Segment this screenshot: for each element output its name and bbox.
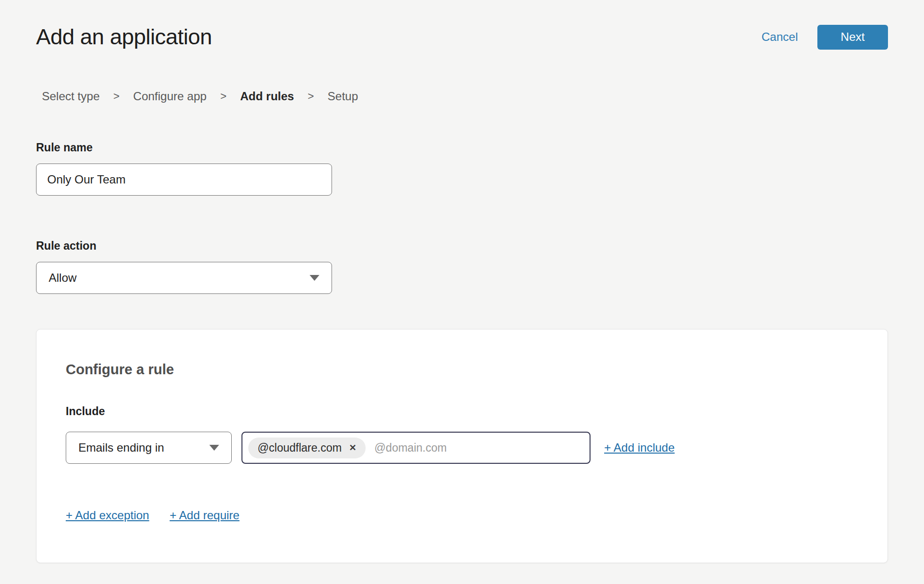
chevron-down-icon [209, 445, 219, 451]
breadcrumb-separator: > [220, 90, 226, 103]
rule-action-label: Rule action [36, 239, 888, 253]
configure-rule-card: Configure a rule Include Emails ending i… [36, 329, 888, 563]
rule-action-select[interactable]: Allow [36, 262, 332, 294]
email-tag-input-box[interactable]: @cloudflare.com ✕ [241, 432, 591, 464]
next-button[interactable]: Next [817, 25, 888, 50]
include-selector-select[interactable]: Emails ending in [66, 432, 232, 464]
breadcrumb-separator: > [308, 90, 314, 103]
rule-action-selected-value: Allow [49, 271, 76, 285]
rule-name-label: Rule name [36, 141, 888, 154]
email-domain-input[interactable] [374, 441, 583, 455]
page-title: Add an application [36, 24, 212, 50]
cancel-button[interactable]: Cancel [761, 30, 798, 44]
rule-name-input[interactable] [36, 164, 332, 196]
include-rule-row: Emails ending in @cloudflare.com ✕ + Add… [66, 432, 858, 464]
top-bar: Add an application Cancel Next [36, 0, 888, 50]
breadcrumb-step-configure-app[interactable]: Configure app [133, 90, 207, 103]
include-selector-value: Emails ending in [78, 441, 164, 455]
top-actions: Cancel Next [761, 25, 888, 50]
breadcrumb-step-add-rules[interactable]: Add rules [240, 90, 294, 103]
add-application-page: Add an application Cancel Next Select ty… [0, 0, 924, 563]
email-chip: @cloudflare.com ✕ [248, 438, 366, 458]
breadcrumb-step-select-type[interactable]: Select type [42, 90, 100, 103]
breadcrumb: Select type > Configure app > Add rules … [42, 90, 888, 103]
rule-links-row: + Add exception + Add require [66, 509, 858, 522]
chevron-down-icon [310, 275, 319, 281]
card-title: Configure a rule [66, 362, 858, 378]
rule-name-field: Rule name [36, 141, 888, 196]
add-exception-link[interactable]: + Add exception [66, 509, 149, 522]
breadcrumb-separator: > [113, 90, 120, 103]
email-chip-label: @cloudflare.com [258, 441, 342, 455]
add-include-link[interactable]: + Add include [604, 441, 675, 455]
breadcrumb-step-setup[interactable]: Setup [328, 90, 358, 103]
add-require-link[interactable]: + Add require [169, 509, 239, 522]
include-label: Include [66, 405, 858, 418]
remove-chip-icon[interactable]: ✕ [349, 443, 356, 452]
rule-action-field: Rule action Allow [36, 239, 888, 294]
